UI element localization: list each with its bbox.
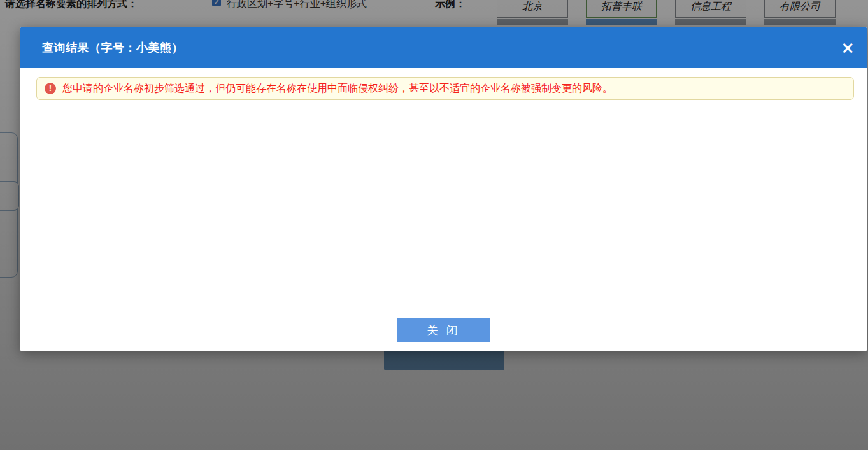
close-icon[interactable]: × [841,39,855,56]
warning-message: 您申请的企业名称初步筛选通过，但仍可能存在名称在使用中面临侵权纠纷，甚至以不适宜… [62,82,613,95]
close-button[interactable]: 关 闭 [397,318,490,342]
warning-banner: ! 您申请的企业名称初步筛选通过，但仍可能存在名称在使用中面临侵权纠纷，甚至以不… [36,77,854,100]
warning-icon: ! [45,83,56,94]
dialog-title: 查询结果（字号：小美熊） [42,40,183,55]
dialog-header: 查询结果（字号：小美熊） × [20,27,867,68]
query-result-dialog: 查询结果（字号：小美熊） × ! 您申请的企业名称初步筛选通过，但仍可能存在名称… [20,27,867,351]
dialog-body: ! 您申请的企业名称初步筛选通过，但仍可能存在名称在使用中面临侵权纠纷，甚至以不… [20,68,867,304]
dialog-footer: 关 闭 [20,304,867,351]
